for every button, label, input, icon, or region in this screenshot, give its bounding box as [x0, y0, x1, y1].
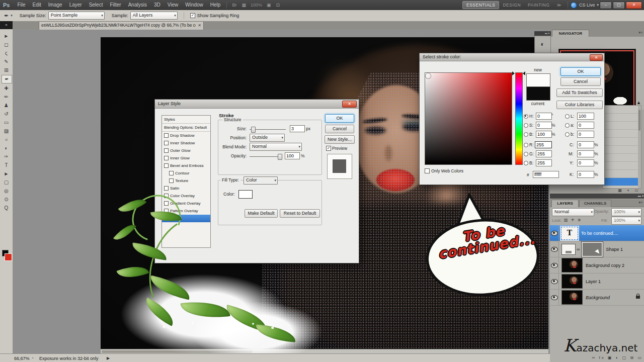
a-input[interactable]: 0: [577, 122, 594, 129]
brush-tool-icon[interactable]: ✏: [2, 93, 11, 101]
menu-layer[interactable]: Layer: [66, 0, 86, 10]
cs-live-menu[interactable]: CS Live ▾: [571, 2, 599, 9]
layer-name[interactable]: To be continued....: [581, 231, 618, 236]
move-tool-icon[interactable]: ►: [2, 32, 11, 40]
eyedropper-tool-icon[interactable]: ✒: [4, 13, 9, 19]
eye-icon[interactable]: [551, 279, 558, 284]
color-field-marker[interactable]: [426, 73, 431, 78]
size-input[interactable]: 3: [290, 125, 305, 132]
tab-channels[interactable]: CHANNELS: [579, 200, 611, 207]
s-input[interactable]: 0: [536, 122, 552, 129]
history-state-row[interactable]: [603, 106, 641, 114]
eyedropper-tool-icon[interactable]: ✒: [2, 75, 12, 83]
layer-thumbnail[interactable]: [561, 258, 583, 273]
hue-slider[interactable]: [515, 72, 523, 165]
history-scrollbar[interactable]: [638, 106, 641, 188]
cancel-button[interactable]: Cancel: [325, 125, 354, 133]
layer-name[interactable]: Background copy 2: [586, 263, 624, 268]
clone-stamp-tool-icon[interactable]: ♟: [2, 102, 11, 109]
reset-to-default-button[interactable]: Reset to Default: [280, 209, 320, 218]
visibility-cell[interactable]: [550, 274, 559, 289]
blur-tool-icon[interactable]: ○: [2, 136, 11, 143]
inner-glow-checkbox[interactable]: [164, 156, 169, 160]
history-state-row[interactable]: [603, 170, 641, 178]
window-minimize-button[interactable]: –: [600, 2, 612, 9]
layer-thumbnail[interactable]: [561, 290, 583, 305]
color-libraries-button[interactable]: Color Libraries: [556, 101, 603, 109]
color-field[interactable]: [425, 72, 512, 165]
style-item-texture[interactable]: Texture: [162, 177, 210, 185]
minidock-collapse-bar[interactable]: ◂◂ ✕: [534, 31, 551, 36]
navigator-zoom-in-icon[interactable]: ▲: [636, 100, 641, 105]
tab-layers[interactable]: LAYERS: [551, 200, 579, 207]
blend-mode-dropdown[interactable]: Normal ▾: [552, 208, 594, 216]
add-to-swatches-button[interactable]: Add To Swatches: [556, 88, 603, 97]
workspace-more-icon[interactable]: ≫: [553, 2, 565, 9]
style-item-satin[interactable]: Satin: [162, 185, 210, 192]
panel-menu-icon[interactable]: ▾≡: [638, 31, 642, 35]
sample-dropdown[interactable]: All Layers ▾: [130, 12, 178, 20]
zoom-level-field[interactable]: 100%: [249, 3, 264, 8]
text-layer-thumbnail[interactable]: T: [561, 227, 578, 240]
stroke-color-swatch[interactable]: [238, 190, 253, 199]
hand-tool-icon[interactable]: ⊙: [2, 196, 11, 203]
menu-image[interactable]: Image: [45, 0, 66, 10]
menu-file[interactable]: File: [14, 0, 29, 10]
m-input[interactable]: 0: [577, 150, 594, 157]
layer-row-background-copy2[interactable]: Background copy 2: [550, 257, 644, 274]
color-picker-close-button[interactable]: ✕: [590, 54, 603, 61]
zoom-tool-icon[interactable]: Q: [2, 204, 11, 212]
eye-icon[interactable]: [551, 231, 558, 236]
bb-radio[interactable]: [565, 132, 570, 137]
style-item-contour[interactable]: Contour: [162, 169, 210, 177]
layers-dock-collapse-bar[interactable]: ◂◂ ✕: [550, 194, 644, 199]
history-state-row-selected[interactable]: [603, 178, 641, 186]
eye-icon[interactable]: [551, 247, 558, 252]
layer-row-layer1[interactable]: Layer 1: [550, 274, 644, 290]
opacity-dropdown[interactable]: 100% ▾: [611, 208, 641, 216]
only-web-colors-checkbox[interactable]: [425, 168, 430, 173]
new-style-button[interactable]: New Style...: [325, 135, 355, 144]
position-dropdown[interactable]: Outside ▾: [250, 134, 285, 142]
s-radio[interactable]: [524, 123, 528, 128]
opacity-slider-track[interactable]: [250, 156, 281, 157]
hue-indicator-right-icon[interactable]: [523, 71, 525, 75]
bb-input[interactable]: 0: [577, 131, 594, 138]
visibility-cell[interactable]: [550, 290, 559, 305]
visibility-cell[interactable]: [550, 225, 559, 241]
shape-layer-thumbnail[interactable]: [561, 244, 576, 255]
pen-tool-icon[interactable]: ✑: [2, 153, 11, 160]
a-radio[interactable]: [565, 123, 570, 128]
history-brush-tool-icon[interactable]: ↺: [2, 110, 11, 118]
texture-checkbox[interactable]: [169, 178, 174, 183]
history-state-row[interactable]: [603, 162, 641, 170]
adjustments-panel-icon[interactable]: ◐: [534, 36, 551, 54]
layer-row-text[interactable]: T To be continued....: [550, 225, 644, 241]
sample-size-dropdown[interactable]: Point Sample ▾: [48, 12, 105, 20]
menu-analysis[interactable]: Analysis: [125, 0, 150, 10]
menu-view[interactable]: View: [164, 0, 182, 10]
history-state-row[interactable]: [603, 146, 641, 154]
b-input[interactable]: 100: [536, 131, 552, 138]
h-radio[interactable]: [524, 114, 528, 119]
inner-shadow-checkbox[interactable]: [164, 141, 169, 145]
history-state-row[interactable]: [603, 122, 641, 130]
menu-window[interactable]: Window: [182, 0, 207, 10]
outer-glow-checkbox[interactable]: [164, 148, 169, 153]
path-selection-tool-icon[interactable]: ►: [2, 170, 11, 177]
ok-button[interactable]: OK: [560, 67, 601, 76]
cancel-button[interactable]: Cancel: [560, 77, 601, 86]
zoom-percentage-field[interactable]: 66,67%: [14, 356, 30, 361]
history-scrollbar-thumb[interactable]: [638, 110, 640, 131]
satin-checkbox[interactable]: [164, 186, 169, 191]
eye-icon[interactable]: [551, 263, 558, 268]
c-input[interactable]: 0: [577, 141, 594, 148]
layer-row-background[interactable]: Background: [550, 290, 644, 306]
eye-icon[interactable]: [551, 295, 558, 300]
menu-filter[interactable]: Filter: [106, 0, 124, 10]
opacity-slider-thumb[interactable]: [278, 154, 282, 160]
history-panel-footer-icons[interactable]: ▦ ◐ ▭: [580, 188, 640, 194]
layer-name[interactable]: Background: [586, 295, 610, 300]
dodge-tool-icon[interactable]: ◐: [2, 144, 11, 152]
lock-icons[interactable]: ▨ ✛ ⊕: [564, 218, 582, 222]
